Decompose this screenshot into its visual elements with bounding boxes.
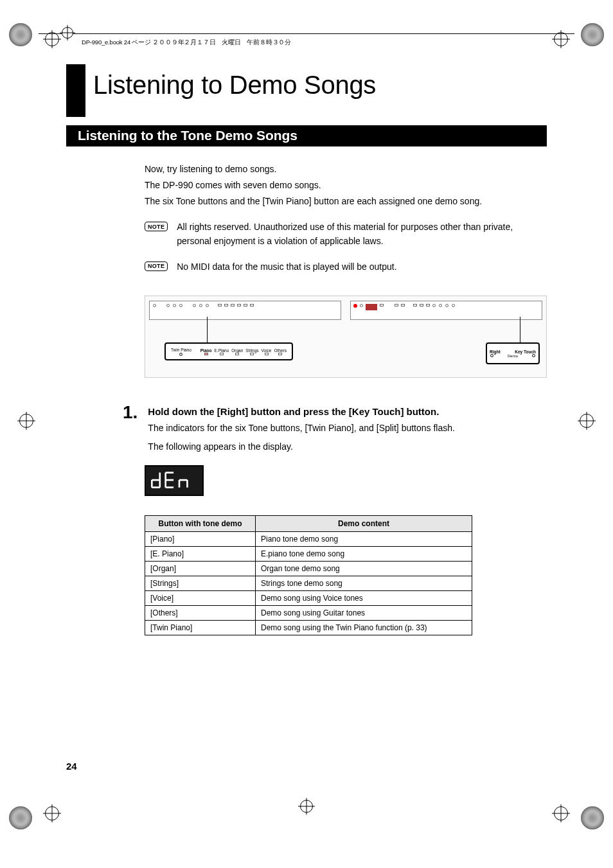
table-row: [Piano]Piano tone demo song [145, 532, 472, 547]
intro-line: The six Tone buttons and the [Twin Piano… [145, 194, 547, 209]
callout-label: Piano [200, 348, 212, 353]
callout-right: Right Key Touch Demo [486, 342, 540, 364]
crop-target-ml [19, 414, 33, 428]
table-row: [Voice]Demo song using Voice tones [145, 591, 472, 606]
table-row: [Organ]Organ tone demo song [145, 562, 472, 576]
crop-ornament-bl [9, 806, 32, 829]
crop-ornament-tr [581, 23, 604, 46]
header-text: DP-990_e.book 24 ページ ２００９年２月１７日 火曜日 午前８時… [82, 39, 291, 46]
callout-label: Key Touch [515, 350, 536, 354]
table-header: Demo content [256, 516, 472, 532]
callout-label: Voice [262, 348, 272, 353]
callout-label: Right [490, 350, 501, 354]
header-target-icon [62, 27, 73, 39]
section-heading: Listening to the Tone Demo Songs [66, 125, 547, 146]
table-row: [E. Piano]E.piano tone demo song [145, 547, 472, 562]
table-row: [Strings]Strings tone demo song [145, 576, 472, 591]
print-header: DP-990_e.book 24 ページ ２００９年２月１７日 火曜日 午前８時… [39, 33, 574, 45]
callout-label: Strings [245, 348, 258, 353]
note-row: NOTE No MIDI data for the music that is … [145, 260, 547, 274]
step-heading: Hold down the [Right] button and press t… [148, 406, 547, 417]
intro-block: Now, try listening to demo songs. The DP… [145, 162, 547, 209]
step-number: 1. [123, 402, 138, 423]
step-row: 1. Hold down the [Right] button and pres… [123, 402, 547, 454]
page-number: 24 [66, 761, 77, 772]
note-row: NOTE All rights reserved. Unauthorized u… [145, 220, 547, 248]
table-row: [Others]Demo song using Guitar tones [145, 606, 472, 621]
table-row: [Twin Piano]Demo song using the Twin Pia… [145, 621, 472, 635]
step-paragraph: The following appears in the display. [148, 439, 547, 454]
crop-target-mr [580, 414, 594, 428]
panel-right [350, 301, 542, 320]
intro-line: Now, try listening to demo songs. [145, 162, 547, 177]
table-header: Button with tone demo [145, 516, 256, 532]
callout-label: Others [274, 348, 287, 353]
crop-target-br [554, 806, 568, 820]
callout-label: E.Piano [214, 348, 229, 353]
panel-left [149, 301, 341, 320]
note-text: All rights reserved. Unauthorized use of… [177, 220, 547, 248]
callout-label: Demo [508, 354, 518, 358]
crop-target-bl [45, 806, 59, 820]
demo-table: Button with tone demo Demo content [Pian… [145, 515, 472, 635]
intro-line: The DP-990 comes with seven demo songs. [145, 178, 547, 193]
callout-label: Organ [231, 348, 243, 353]
page-title: Listening to Demo Songs [93, 71, 547, 100]
callout-label: Twin Piano [171, 348, 191, 352]
step-paragraph: The indicators for the six Tone buttons,… [148, 421, 547, 435]
callout-line [207, 317, 208, 344]
callout-left: Twin Piano Piano E.Piano Organ Strings V… [164, 342, 293, 360]
note-badge: NOTE [145, 261, 168, 271]
note-text: No MIDI data for the music that is playe… [177, 260, 396, 274]
control-panel-diagram: Twin Piano Piano E.Piano Organ Strings V… [145, 296, 547, 378]
section-tab [66, 64, 85, 117]
lcd-display [145, 465, 204, 496]
callout-line [520, 317, 520, 344]
crop-ornament-br [581, 806, 604, 829]
crop-ornament-tl [9, 23, 32, 46]
note-badge: NOTE [145, 222, 168, 231]
